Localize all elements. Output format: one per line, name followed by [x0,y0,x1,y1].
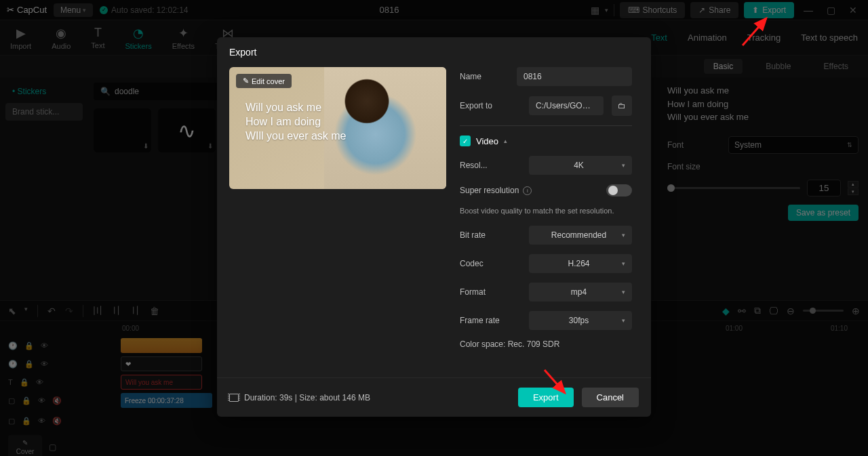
cover-preview: ✎ Edit cover Will you ask me How I am do… [229,67,446,189]
info-icon[interactable]: i [523,186,532,195]
pencil-icon: ✎ [243,77,249,85]
browse-folder-button[interactable]: 🗀 [612,96,632,116]
name-label: Name [460,72,509,81]
framerate-select[interactable]: 30fps▾ [529,311,632,330]
bitrate-select[interactable]: Recommended▾ [529,226,632,245]
chevron-down-icon: ▾ [622,317,625,324]
edit-cover-button[interactable]: ✎ Edit cover [236,74,292,88]
codec-value: H.264 [536,259,622,268]
codec-label: Codec [460,259,521,268]
form-row: Super resolution i [460,184,632,196]
chevron-down-icon: ▾ [622,232,625,239]
dialog-title: Export [217,37,651,67]
dialog-form: Name Export to C:/Users/GOOD WILL ... 🗀 … [460,67,639,377]
form-row: Format mp4▾ [460,283,632,302]
cover-line: WIll you ever ask me [245,129,346,144]
folder-icon: 🗀 [618,101,626,110]
exportto-value: C:/Users/GOOD WILL ... [529,96,604,115]
video-section-label: Video [476,136,498,146]
video-section-header: ✓ Video ▴ [460,136,632,146]
divider [460,125,632,126]
form-row: Resol... 4K▾ [460,156,632,175]
export-dialog: Export ✎ Edit cover Will you ask me How … [217,37,651,417]
cancel-button[interactable]: Cancel [582,388,639,407]
framerate-value: 30fps [536,316,622,325]
chevron-down-icon: ▾ [622,162,625,169]
dialog-footer: Duration: 39s | Size: about 146 MB Expor… [217,377,651,417]
export-info: Duration: 39s | Size: about 146 MB [229,393,370,402]
form-row: Codec H.264▾ [460,254,632,273]
superres-help: Boost video quality to match the set res… [460,206,632,216]
superres-toggle[interactable] [606,184,632,196]
duration-label: Duration: 39s | Size: about 146 MB [244,393,370,402]
exportto-label: Export to [460,101,521,110]
format-select[interactable]: mp4▾ [529,283,632,302]
resolution-value: 4K [536,161,622,170]
framerate-label: Frame rate [460,316,521,325]
chevron-down-icon: ▾ [622,289,625,295]
edit-cover-label: Edit cover [252,77,285,85]
form-row: Name [460,67,632,86]
dialog-body: ✎ Edit cover Will you ask me How I am do… [217,67,651,377]
bitrate-value: Recommended [536,230,622,240]
chevron-down-icon: ▾ [622,260,625,267]
film-icon [229,394,239,402]
superres-label: Super resolution [460,186,519,195]
export-confirm-button[interactable]: Export [518,388,574,407]
codec-select[interactable]: H.264▾ [529,254,632,273]
resolution-label: Resol... [460,161,521,170]
format-label: Format [460,287,521,297]
form-row: Bit rate Recommended▾ [460,226,632,245]
colorspace-info: Color space: Rec. 709 SDR [460,339,632,349]
name-input[interactable] [517,67,632,86]
dialog-left: ✎ Edit cover Will you ask me How I am do… [229,67,446,377]
video-checkbox[interactable]: ✓ [460,136,471,146]
chevron-up-icon[interactable]: ▴ [504,138,507,144]
resolution-select[interactable]: 4K▾ [529,156,632,175]
cover-line: Will you ask me [245,101,346,115]
cover-line: How I am doing [245,115,346,129]
toggle-knob [608,186,618,195]
form-row: Export to C:/Users/GOOD WILL ... 🗀 [460,96,632,116]
bitrate-label: Bit rate [460,230,521,240]
form-row: Frame rate 30fps▾ [460,311,632,330]
cover-text: Will you ask me How I am doing WIll you … [245,101,346,143]
format-value: mp4 [536,287,622,297]
